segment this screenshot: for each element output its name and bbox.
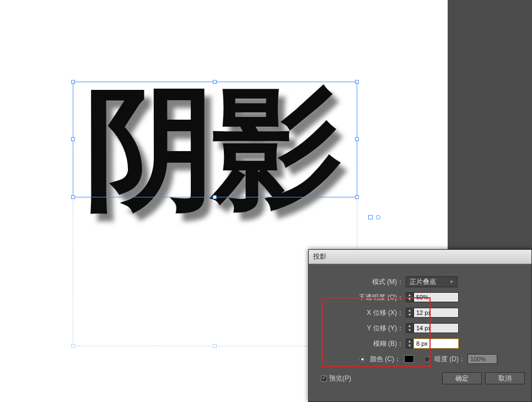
dialog-body: 模式 (M)： 正片叠底 ▼ 不透明度 (O)： ▲▼ 50% X 位移 (X)…	[309, 264, 531, 384]
opacity-label: 不透明度 (O)：	[309, 293, 406, 302]
blur-input[interactable]: 8 px	[413, 339, 459, 349]
y-offset-input[interactable]: 14 px	[413, 323, 459, 333]
preview-label: 预览(P)	[329, 374, 351, 383]
y-offset-row: Y 位移 (Y)： ▲▼ 14 px	[309, 320, 531, 336]
color-swatch[interactable]	[404, 355, 414, 363]
frame-handle-bl[interactable]	[71, 344, 75, 348]
x-offset-spinner[interactable]: ▲▼	[406, 308, 413, 318]
opacity-spinner[interactable]: ▲▼	[406, 292, 413, 302]
mode-label: 模式 (M)：	[309, 277, 406, 287]
frame-handle-bm[interactable]	[213, 344, 217, 348]
y-offset-label: Y 位移 (Y)：	[309, 324, 406, 333]
blur-label: 模糊 (B)：	[309, 339, 406, 349]
ok-button[interactable]: 确定	[442, 372, 482, 384]
resize-handle-bl[interactable]	[71, 195, 75, 199]
y-offset-spinner[interactable]: ▲▼	[406, 323, 413, 333]
chevron-down-icon: ▼	[449, 280, 454, 285]
preview-checkbox[interactable]	[321, 376, 327, 382]
dialog-titlebar[interactable]: 投影	[309, 250, 531, 264]
blur-row: 模糊 (B)： ▲▼ 8 px	[309, 336, 531, 351]
x-offset-label: X 位移 (X)：	[309, 308, 406, 318]
dialog-button-row: 预览(P) 确定 取消	[309, 367, 531, 384]
mode-dropdown[interactable]: 正片叠底 ▼	[406, 276, 458, 287]
mode-row: 模式 (M)： 正片叠底 ▼	[309, 274, 531, 290]
blur-spinner[interactable]: ▲▼	[406, 339, 413, 349]
dark-input: 100%	[467, 354, 497, 364]
sample-text[interactable]: 阴影	[84, 61, 337, 239]
thread-indicator[interactable]	[376, 215, 380, 219]
opacity-row: 不透明度 (O)： ▲▼ 50%	[309, 290, 531, 305]
dark-label: 暗度 (D)：	[434, 355, 465, 364]
resize-handle-tl[interactable]	[71, 80, 75, 84]
color-radio[interactable]	[359, 356, 366, 362]
resize-handle-tr[interactable]	[355, 80, 359, 84]
drop-shadow-dialog: 投影 模式 (M)： 正片叠底 ▼ 不透明度 (O)： ▲▼ 50% X 位移 …	[308, 249, 532, 402]
x-offset-row: X 位移 (X)： ▲▼ 12 px	[309, 305, 531, 320]
resize-handle-br[interactable]	[355, 195, 359, 199]
color-row: 颜色 (C)： 暗度 (D)： 100%	[309, 351, 531, 367]
dark-radio[interactable]	[424, 356, 430, 362]
cancel-button[interactable]: 取消	[485, 372, 525, 384]
dialog-title: 投影	[313, 253, 326, 260]
resize-handle-ml[interactable]	[71, 137, 75, 141]
opacity-input[interactable]: 50%	[413, 292, 459, 302]
outport-handle[interactable]	[368, 215, 373, 219]
resize-handle-mr[interactable]	[355, 137, 359, 141]
color-label: 颜色 (C)：	[370, 355, 401, 364]
x-offset-input[interactable]: 12 px	[413, 308, 459, 318]
mode-value: 正片叠底	[410, 277, 436, 287]
